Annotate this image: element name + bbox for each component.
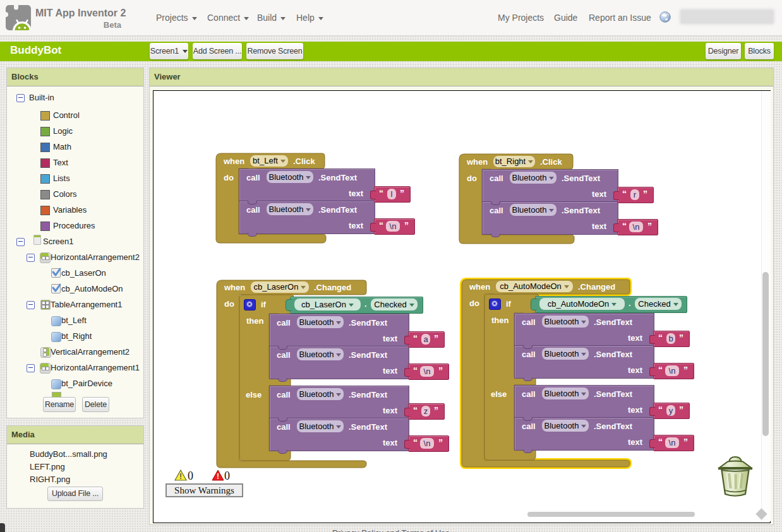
svg-text:!: ! xyxy=(217,472,219,481)
svg-text:!: ! xyxy=(179,472,182,481)
